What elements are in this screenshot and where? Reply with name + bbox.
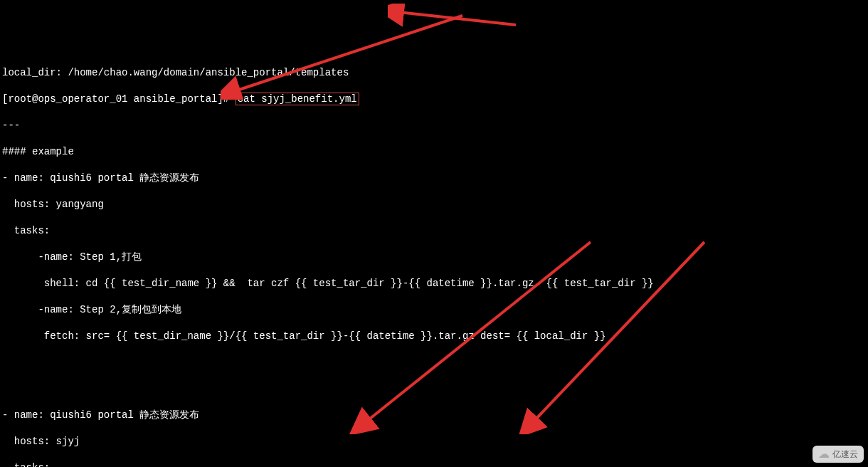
terminal-area[interactable]: local_dir: /home/chao.wang/domain/ansibl… — [0, 53, 868, 467]
prompt: [root@ops_operator_01 ansible_portal]# — [2, 93, 235, 105]
cloud-icon: ☁ — [818, 448, 830, 461]
yml-line: shell: cd {{ test_dir_name }} && tar czf… — [2, 277, 866, 290]
yml-line: - name: qiushi6 portal 静态资源发布 — [2, 409, 866, 422]
yml-line: hosts: yangyang — [2, 198, 866, 211]
yml-line: tasks: — [2, 461, 866, 468]
yml-line: --- — [2, 119, 866, 132]
arrow-annotation-2 — [388, 4, 530, 32]
watermark: ☁ 亿速云 — [813, 446, 864, 463]
yml-line — [2, 356, 866, 369]
svg-line-3 — [398, 12, 516, 25]
yml-line — [2, 382, 866, 396]
yml-line: - name: qiushi6 portal 静态资源发布 — [2, 172, 866, 185]
cut-line: local_dir: /home/chao.wang/domain/ansibl… — [2, 66, 866, 80]
yml-line: hosts: sjyj — [2, 435, 866, 448]
yml-line: fetch: src= {{ test_dir_name }}/{{ test_… — [2, 330, 866, 343]
yml-line: -name: Step 1,打包 — [2, 251, 866, 264]
yml-line: #### example — [2, 145, 866, 159]
command-boxed: cat sjyj_benefit.yml — [235, 93, 359, 105]
yml-line: tasks: — [2, 224, 866, 238]
yml-line: -name: Step 2,复制包到本地 — [2, 303, 866, 317]
prompt-line-1: [root@ops_operator_01 ansible_portal]# c… — [2, 93, 866, 106]
watermark-text: 亿速云 — [832, 448, 858, 461]
